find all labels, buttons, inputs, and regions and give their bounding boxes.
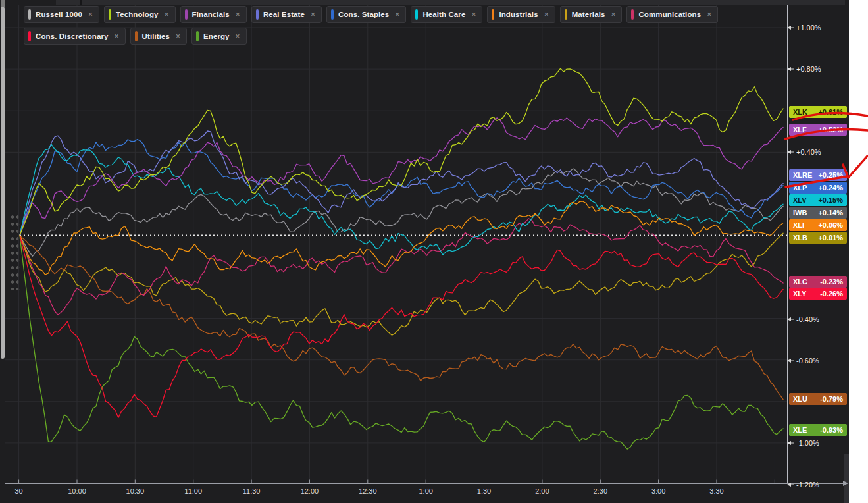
chip-label: Real Estate <box>263 11 305 18</box>
chip-close-icon[interactable]: × <box>236 11 240 18</box>
series-line-xlp <box>20 140 783 236</box>
time-tick-label: 1:00 <box>419 487 432 495</box>
badge-symbol: XLK <box>793 108 807 116</box>
chip-close-icon[interactable]: × <box>395 11 399 18</box>
series-line-xly <box>20 236 783 418</box>
chip-label: Health Care <box>422 11 465 18</box>
chip-color-bar <box>28 9 31 20</box>
chip-label: Industrials <box>499 11 538 18</box>
sector-chip[interactable]: Cons. Staples× <box>326 6 406 23</box>
chip-close-icon[interactable]: × <box>707 11 711 18</box>
price-label-badge-xlu: XLU-0.79% <box>789 393 847 405</box>
sector-chip[interactable]: Communications× <box>626 6 718 23</box>
sector-chip[interactable]: Technology× <box>104 6 176 23</box>
series-line-iwb <box>20 169 783 256</box>
grid-lines <box>5 5 787 483</box>
time-tick-label: 12:30 <box>359 487 377 495</box>
price-label-badge-xlv: XLV+0.15% <box>789 194 847 206</box>
badge-symbol: XLY <box>793 290 806 298</box>
sector-chip[interactable]: Cons. Discretionary× <box>24 28 126 45</box>
time-axis[interactable]: 3010:0010:3011:0011:3012:0012:301:001:30… <box>0 483 849 503</box>
chip-close-icon[interactable]: × <box>611 11 615 18</box>
badge-symbol: XLI <box>793 221 804 229</box>
badge-change: -0.79% <box>820 395 843 403</box>
badge-change: +0.52% <box>818 126 843 134</box>
badge-change: +0.14% <box>818 209 843 217</box>
price-label-badge-xlb: XLB+0.01% <box>789 232 847 244</box>
chip-color-bar <box>185 9 188 20</box>
chip-close-icon[interactable]: × <box>311 11 315 18</box>
badge-symbol: XLRE <box>793 171 812 179</box>
sector-chip[interactable]: Energy× <box>191 28 247 45</box>
time-tick-label: 2:30 <box>594 487 607 495</box>
chip-color-bar <box>415 9 418 20</box>
badge-symbol: XLE <box>793 426 807 434</box>
price-chart-canvas[interactable] <box>0 0 849 503</box>
sector-chip[interactable]: Health Care× <box>411 6 482 23</box>
badge-change: +0.01% <box>818 234 843 242</box>
price-label-badge-xlp: XLP+0.24% <box>789 182 847 194</box>
screenshot-root: Russell 1000×Technology×Financials×Real … <box>0 0 868 503</box>
price-tick-label: -1.00% <box>796 439 819 447</box>
chip-label: Materials <box>572 11 605 18</box>
chip-close-icon[interactable]: × <box>471 11 476 18</box>
chip-close-icon[interactable]: × <box>544 11 549 18</box>
price-label-badge-xlf: XLF+0.52% <box>789 124 847 136</box>
price-tick-label: -0.60% <box>796 357 819 365</box>
chart-panel: Russell 1000×Technology×Financials×Real … <box>0 0 849 503</box>
series-line-xlu <box>20 236 783 400</box>
chip-color-bar <box>28 31 31 41</box>
price-tick-label: +0.40% <box>796 148 821 156</box>
price-axis[interactable]: +1.00%+0.80%+0.40%-0.40%-0.60%-1.00%-1.2… <box>787 5 849 483</box>
chip-label: Cons. Discretionary <box>36 32 109 40</box>
badge-change: +0.15% <box>818 196 843 204</box>
sector-chip[interactable]: Industrials× <box>487 6 555 23</box>
price-label-badge-xlk: XLK+0.61% <box>789 106 847 118</box>
chip-label: Communications <box>638 11 701 18</box>
chip-color-bar <box>256 9 259 20</box>
chip-color-bar <box>109 9 111 20</box>
badge-symbol: XLU <box>793 395 807 403</box>
chip-row: Cons. Discretionary×Utilities×Energy× <box>24 28 718 45</box>
badge-symbol: XLV <box>793 196 807 204</box>
time-tick-label: 10:00 <box>68 487 86 495</box>
badge-change: +0.24% <box>818 184 843 192</box>
price-tick-label: -0.40% <box>796 315 819 323</box>
chip-label: Utilities <box>142 32 170 40</box>
price-label-badge-xle: XLE-0.93% <box>789 424 847 436</box>
chip-label: Energy <box>203 32 230 40</box>
badge-change: -0.23% <box>820 278 843 286</box>
price-tick-label: +0.80% <box>796 65 821 73</box>
chip-close-icon[interactable]: × <box>165 11 169 18</box>
price-label-badge-xly: XLY-0.26% <box>789 288 847 300</box>
sector-chip[interactable]: Russell 1000× <box>24 6 99 23</box>
chip-close-icon[interactable]: × <box>88 11 93 18</box>
price-label-badge-xlc: XLC-0.23% <box>789 276 847 288</box>
time-tick-label: 12:00 <box>301 487 319 495</box>
sector-chip[interactable]: Materials× <box>560 6 623 23</box>
chip-color-bar <box>196 31 199 41</box>
badge-change: -0.93% <box>820 426 843 434</box>
chip-close-icon[interactable]: × <box>176 32 180 40</box>
sector-chip[interactable]: Financials× <box>180 6 247 23</box>
time-tick-label: 2:00 <box>535 487 549 495</box>
chip-label: Financials <box>192 11 230 18</box>
time-tick-label: 3:00 <box>651 487 665 495</box>
price-label-badge-xli: XLI+0.06% <box>789 219 847 231</box>
chip-color-bar <box>492 9 494 20</box>
sector-chip[interactable]: Utilities× <box>130 28 187 45</box>
series-line-xli <box>20 201 783 275</box>
badge-symbol: XLC <box>793 278 807 286</box>
chip-label: Technology <box>116 11 159 18</box>
time-tick-label: 11:00 <box>184 487 202 495</box>
chip-row: Russell 1000×Technology×Financials×Real … <box>24 6 718 23</box>
chip-color-bar <box>135 31 138 41</box>
series-line-xlv <box>20 145 783 255</box>
time-tick-label: 1:30 <box>477 487 491 495</box>
sector-chip[interactable]: Real Estate× <box>251 6 322 23</box>
chip-close-icon[interactable]: × <box>236 32 240 40</box>
axes <box>5 5 848 487</box>
badge-symbol: IWB <box>793 209 807 217</box>
chip-close-icon[interactable]: × <box>115 32 119 40</box>
series-lines <box>20 68 783 449</box>
